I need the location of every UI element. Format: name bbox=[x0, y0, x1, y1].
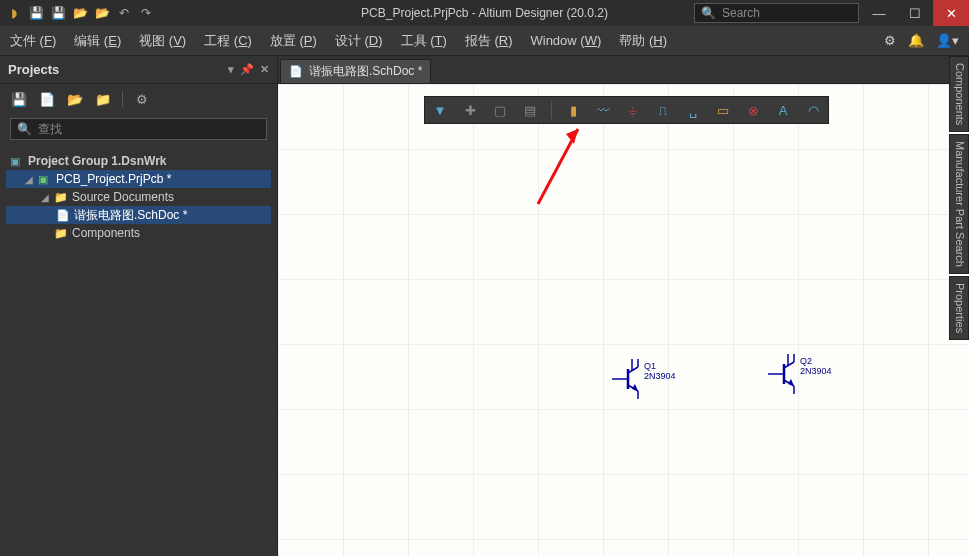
workspace-icon: ▣ bbox=[10, 155, 24, 168]
schematic-canvas[interactable]: ▼ ✚ ▢ ▤ ▮ 〰 ⏚ ⎍ ␣ ▭ ⊗ A ◠ bbox=[278, 84, 969, 556]
folder-icon: 📁 bbox=[54, 227, 68, 240]
search-icon: 🔍 bbox=[17, 122, 32, 136]
menu-report[interactable]: 报告 (R) bbox=[465, 32, 513, 50]
user-menu-icon[interactable]: 👤▾ bbox=[936, 33, 959, 48]
document-tabs: 📄 谐振电路图.SchDoc * bbox=[278, 56, 969, 84]
search-placeholder: Search bbox=[722, 6, 760, 20]
svg-marker-15 bbox=[788, 379, 794, 386]
place-power-icon[interactable]: ⎍ bbox=[654, 101, 672, 119]
quick-access-toolbar: ◗ 💾 💾 📂 📂 ↶ ↷ bbox=[0, 5, 154, 21]
filter-icon[interactable]: ▼ bbox=[431, 101, 449, 119]
redo-icon[interactable]: ↷ bbox=[138, 5, 154, 21]
tab-label: 谐振电路图.SchDoc * bbox=[309, 63, 422, 80]
projects-search-input[interactable]: 🔍 查找 bbox=[10, 118, 267, 140]
schematic-doc-icon: 📄 bbox=[56, 209, 70, 222]
save-all-icon[interactable]: 💾 bbox=[50, 5, 66, 21]
menu-window[interactable]: Window (W) bbox=[530, 33, 601, 48]
tab-components[interactable]: Components bbox=[949, 56, 969, 132]
tree-folder-components[interactable]: ◢ 📁 Components bbox=[6, 224, 271, 242]
close-button[interactable]: ✕ bbox=[933, 0, 969, 26]
tab-properties[interactable]: Properties bbox=[949, 276, 969, 340]
tree-workspace[interactable]: ▣ Project Group 1.DsnWrk bbox=[6, 152, 271, 170]
folder-link-icon[interactable]: 📂 bbox=[66, 90, 84, 108]
settings-icon[interactable]: ⚙ bbox=[884, 33, 896, 48]
selection-icon[interactable]: ▢ bbox=[491, 101, 509, 119]
projects-tree: ▣ Project Group 1.DsnWrk ◢ ▣ PCB_Project… bbox=[0, 144, 277, 250]
menu-file[interactable]: 文件 (F) bbox=[10, 32, 56, 50]
component-q1-label: Q1 2N3904 bbox=[644, 361, 676, 381]
place-net-icon[interactable]: ␣ bbox=[684, 101, 702, 119]
open-folder-icon[interactable]: 📂 bbox=[72, 5, 88, 21]
projects-title: Projects bbox=[8, 62, 59, 77]
place-part-icon[interactable]: ▮ bbox=[564, 101, 582, 119]
expand-icon[interactable]: ◢ bbox=[24, 174, 34, 185]
menu-project[interactable]: 工程 (C) bbox=[204, 32, 252, 50]
svg-line-13 bbox=[784, 362, 794, 368]
svg-marker-7 bbox=[632, 384, 638, 391]
project-icon: ▣ bbox=[38, 173, 52, 186]
panel-close-icon[interactable]: ✕ bbox=[260, 63, 269, 76]
component-q2-label: Q2 2N3904 bbox=[800, 356, 832, 376]
project-settings-icon[interactable]: ⚙ bbox=[133, 90, 151, 108]
tree-project[interactable]: ◢ ▣ PCB_Project.PrjPcb * bbox=[6, 170, 271, 188]
menu-design[interactable]: 设计 (D) bbox=[335, 32, 383, 50]
compile-icon[interactable]: 📄 bbox=[38, 90, 56, 108]
place-noerc-icon[interactable]: ⊗ bbox=[744, 101, 762, 119]
schematic-doc-icon: 📄 bbox=[289, 65, 303, 78]
place-gnd-icon[interactable]: ⏚ bbox=[624, 101, 642, 119]
move-icon[interactable]: ✚ bbox=[461, 101, 479, 119]
tab-manufacturer-search[interactable]: Manufacturer Part Search bbox=[949, 134, 969, 274]
app-logo-icon: ◗ bbox=[6, 5, 22, 21]
place-wire-icon[interactable]: 〰 bbox=[594, 101, 612, 119]
title-bar: ◗ 💾 💾 📂 📂 ↶ ↷ PCB_Project.PrjPcb - Altiu… bbox=[0, 0, 969, 26]
right-dock-tabs: Components Manufacturer Part Search Prop… bbox=[949, 56, 969, 342]
notifications-icon[interactable]: 🔔 bbox=[908, 33, 924, 48]
panel-dropdown-icon[interactable]: ▾ bbox=[228, 63, 234, 76]
expand-icon[interactable]: ◢ bbox=[40, 192, 50, 203]
menu-place[interactable]: 放置 (P) bbox=[270, 32, 317, 50]
projects-panel: Projects ▾ 📌 ✕ 💾 📄 📂 📁 ⚙ 🔍 查找 ▣ Project … bbox=[0, 56, 278, 556]
projects-toolbar: 💾 📄 📂 📁 ⚙ bbox=[0, 84, 277, 114]
active-bar-toolbar: ▼ ✚ ▢ ▤ ▮ 〰 ⏚ ⎍ ␣ ▭ ⊗ A ◠ bbox=[424, 96, 829, 124]
open-project-icon[interactable]: 📂 bbox=[94, 5, 110, 21]
folder-icon: 📁 bbox=[54, 191, 68, 204]
align-icon[interactable]: ▤ bbox=[521, 101, 539, 119]
window-controls: — ☐ ✕ bbox=[861, 0, 969, 26]
grid bbox=[278, 84, 969, 556]
folder-add-icon[interactable]: 📁 bbox=[94, 90, 112, 108]
projects-header: Projects ▾ 📌 ✕ bbox=[0, 56, 277, 84]
place-arc-icon[interactable]: ◠ bbox=[804, 101, 822, 119]
divider bbox=[551, 101, 552, 119]
projects-search-placeholder: 查找 bbox=[38, 121, 62, 138]
tab-schematic[interactable]: 📄 谐振电路图.SchDoc * bbox=[280, 59, 431, 83]
panel-pin-icon[interactable]: 📌 bbox=[240, 63, 254, 76]
menu-edit[interactable]: 编辑 (E) bbox=[74, 32, 121, 50]
menu-tools[interactable]: 工具 (T) bbox=[401, 32, 447, 50]
menu-view[interactable]: 视图 (V) bbox=[139, 32, 186, 50]
editor-area: 📄 谐振电路图.SchDoc * ▼ ✚ ▢ ▤ ▮ 〰 ⏚ ⎍ ␣ ▭ ⊗ A bbox=[278, 56, 969, 556]
svg-line-5 bbox=[628, 367, 638, 373]
window-title: PCB_Project.PrjPcb - Altium Designer (20… bbox=[361, 6, 608, 20]
save-icon[interactable]: 💾 bbox=[28, 5, 44, 21]
undo-icon[interactable]: ↶ bbox=[116, 5, 132, 21]
global-search-input[interactable]: 🔍 Search bbox=[694, 3, 859, 23]
maximize-button[interactable]: ☐ bbox=[897, 0, 933, 26]
save-project-icon[interactable]: 💾 bbox=[10, 90, 28, 108]
search-icon: 🔍 bbox=[701, 6, 716, 20]
menu-help[interactable]: 帮助 (H) bbox=[619, 32, 667, 50]
tree-folder-source[interactable]: ◢ 📁 Source Documents bbox=[6, 188, 271, 206]
menu-bar: 文件 (F) 编辑 (E) 视图 (V) 工程 (C) 放置 (P) 设计 (D… bbox=[0, 26, 969, 56]
tree-doc-schematic[interactable]: 📄 谐振电路图.SchDoc * bbox=[6, 206, 271, 224]
place-port-icon[interactable]: ▭ bbox=[714, 101, 732, 119]
minimize-button[interactable]: — bbox=[861, 0, 897, 26]
place-text-icon[interactable]: A bbox=[774, 101, 792, 119]
divider bbox=[122, 91, 123, 107]
